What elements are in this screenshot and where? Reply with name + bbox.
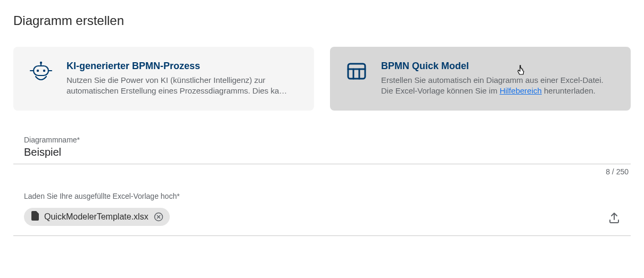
- upload-label: Laden Sie Ihre ausgefüllte Excel-Vorlage…: [24, 192, 180, 200]
- cursor-icon: [517, 65, 526, 79]
- card-ai-process[interactable]: KI-generierter BPMN-Prozess Nutzen Sie d…: [13, 47, 314, 111]
- robot-icon: [29, 61, 53, 85]
- diagram-name-field: Diagrammname*: [13, 129, 631, 164]
- svg-rect-2: [34, 66, 48, 75]
- svg-point-6: [43, 70, 45, 72]
- char-counter: 8 / 250: [13, 167, 631, 176]
- svg-point-5: [37, 70, 39, 72]
- file-icon: [31, 211, 39, 223]
- card-quick-model[interactable]: BPMN Quick Model Erstellen Sie automatis…: [330, 47, 631, 111]
- diagram-name-input[interactable]: [24, 146, 620, 164]
- help-link[interactable]: Hilfebereich: [500, 86, 542, 95]
- card-quick-title: BPMN Quick Model: [381, 61, 615, 72]
- card-ai-description: Nutzen Sie die Power von KI (künstlicher…: [67, 75, 298, 97]
- page-title: Diagramm erstellen: [13, 13, 631, 28]
- card-ai-title: KI-generierter BPMN-Prozess: [67, 61, 298, 72]
- diagram-name-label: Diagrammname*: [24, 136, 620, 144]
- svg-rect-7: [348, 64, 365, 79]
- card-quick-description: Erstellen Sie automatisch ein Diagramm a…: [381, 75, 615, 97]
- table-icon: [346, 61, 367, 84]
- file-chip: QuickModelerTemplate.xlsx: [24, 208, 170, 226]
- remove-file-button[interactable]: [154, 212, 163, 222]
- file-name: QuickModelerTemplate.xlsx: [44, 212, 148, 222]
- upload-button[interactable]: [608, 212, 620, 226]
